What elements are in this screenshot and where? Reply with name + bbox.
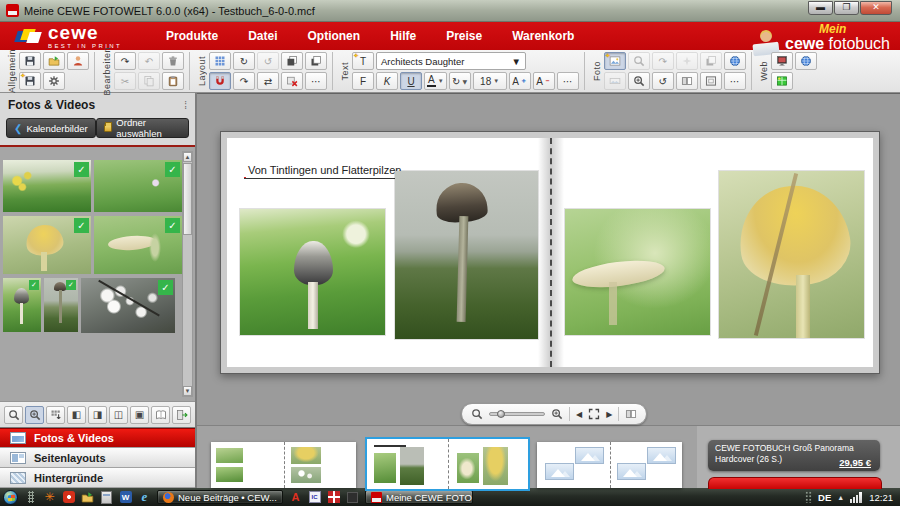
taskbar-app-icon-1[interactable]: ✳: [43, 491, 56, 504]
view-split-right-icon[interactable]: ◨: [88, 406, 107, 424]
language-indicator[interactable]: DE: [818, 492, 831, 503]
app-icon[interactable]: [6, 4, 19, 17]
fit-page-icon[interactable]: [588, 408, 600, 420]
photo-inkcap-tall[interactable]: [395, 171, 538, 339]
thumbnail-white-mushroom[interactable]: ✓: [94, 216, 182, 274]
menu-optionen[interactable]: Optionen: [307, 29, 360, 43]
minimize-button[interactable]: ▬: [808, 1, 833, 15]
network-icon[interactable]: [850, 492, 863, 503]
kalenderbilder-button[interactable]: ❮Kalenderbilder: [6, 118, 96, 138]
font-smaller-button[interactable]: A－: [533, 72, 555, 90]
rotate-object-icon[interactable]: ↻: [233, 52, 255, 70]
autofill-grid-icon[interactable]: [46, 406, 65, 424]
options-dots-icon[interactable]: ⁞: [184, 100, 187, 111]
firefox-task-button[interactable]: Neue Beiträge • CEW...: [157, 490, 283, 504]
copy-icon[interactable]: [138, 72, 160, 90]
bold-button[interactable]: F: [352, 72, 374, 90]
open-folder-icon[interactable]: [43, 52, 65, 70]
italic-button[interactable]: K: [376, 72, 398, 90]
close-button[interactable]: ✕: [860, 1, 892, 15]
layout-more-icon[interactable]: ⋯: [305, 72, 327, 90]
view-detail-icon[interactable]: ▣: [130, 406, 149, 424]
thumbnail-cowslip-grass[interactable]: ✓: [3, 160, 91, 212]
panorama-icon[interactable]: [604, 72, 626, 90]
acrobat-icon[interactable]: A: [289, 491, 302, 504]
foto-more-icon[interactable]: ⋯: [724, 72, 746, 90]
font-larger-button[interactable]: A＋: [509, 72, 531, 90]
photo-inkcap-grass[interactable]: [240, 209, 385, 335]
view-split-left-icon[interactable]: ◧: [67, 406, 86, 424]
add-photo-icon[interactable]: ✦: [604, 52, 626, 70]
underline-button[interactable]: U: [400, 72, 422, 90]
delete-icon[interactable]: [162, 52, 184, 70]
web-globe-icon[interactable]: [795, 52, 817, 70]
save-icon[interactable]: [19, 52, 41, 70]
remove-layout-icon[interactable]: [281, 72, 303, 90]
start-button[interactable]: [3, 490, 18, 505]
taskbar-media-icon[interactable]: [63, 491, 75, 503]
web-album-icon[interactable]: [771, 72, 793, 90]
scroll-up-icon[interactable]: ▲: [183, 152, 192, 162]
view-columns-icon[interactable]: ◫: [109, 406, 128, 424]
font-size-select[interactable]: 18▼: [473, 72, 507, 90]
cewe-task-button[interactable]: Meine CEWE FOTO...: [365, 490, 473, 504]
photo-layers-icon[interactable]: [700, 52, 722, 70]
menu-produkte[interactable]: Produkte: [166, 29, 218, 43]
photo-border-icon[interactable]: [700, 72, 722, 90]
scrollbar-thumb[interactable]: [183, 163, 192, 235]
undo-icon[interactable]: ↶: [138, 52, 160, 70]
save-as-icon[interactable]: ✦: [19, 72, 41, 90]
sidebar-item-hintergruende[interactable]: Hintergründe: [0, 468, 195, 488]
product-summary[interactable]: ✕ CEWE FOTOBUCH Groß Panorama Hardcover …: [708, 440, 880, 471]
thumbnail-scrollbar[interactable]: ▲ ▼: [182, 151, 193, 397]
photo-zoom-icon[interactable]: [628, 72, 650, 90]
thumbnail-inkcap-tall[interactable]: ✓: [44, 278, 78, 332]
maximize-button[interactable]: ❐: [834, 1, 859, 15]
spread-thumbnail-3[interactable]: [537, 442, 682, 488]
font-family-select[interactable]: Architects Daughter▼: [376, 52, 526, 70]
scroll-down-icon[interactable]: ▼: [183, 386, 192, 396]
ordner-auswaehlen-button[interactable]: Ordner auswählen: [96, 118, 189, 138]
menu-warenkorb[interactable]: Warenkorb: [512, 29, 574, 43]
menu-hilfe[interactable]: Hilfe: [390, 29, 416, 43]
show-hidden-icons[interactable]: ▲: [837, 494, 844, 501]
zoom-slider[interactable]: [489, 412, 545, 416]
zoom-in-thumbs-icon[interactable]: [25, 406, 44, 424]
photo-web-icon[interactable]: [724, 52, 746, 70]
zoom-slider-knob[interactable]: [497, 410, 505, 418]
grid-icon[interactable]: [209, 52, 231, 70]
paste-icon[interactable]: [162, 72, 184, 90]
spread-view-icon[interactable]: [625, 408, 637, 420]
photo-yellow-mushroom[interactable]: [719, 171, 864, 338]
internet-explorer-icon[interactable]: e: [138, 491, 151, 504]
zoom-out-icon[interactable]: [471, 408, 483, 420]
taskbar-app-icon-3[interactable]: [328, 491, 340, 503]
thumbnail-grass-flower[interactable]: ✓: [94, 160, 182, 212]
book-preview-icon[interactable]: [151, 406, 170, 424]
editor-canvas[interactable]: Von Tintlingen und Flatterpilzen ◀: [197, 93, 900, 425]
rotate-object-back-icon[interactable]: ↺: [257, 52, 279, 70]
photo-rotate-icon[interactable]: ↷: [652, 52, 674, 70]
bring-to-front-icon[interactable]: [281, 52, 303, 70]
thumbnail-blossoms[interactable]: ✓: [81, 278, 175, 333]
slideshow-icon[interactable]: [771, 52, 793, 70]
photo-enhance-icon[interactable]: [676, 52, 698, 70]
calculator-icon[interactable]: [101, 491, 112, 504]
menu-datei[interactable]: Datei: [248, 29, 277, 43]
double-page-icon[interactable]: [676, 72, 698, 90]
next-page-icon[interactable]: ▶: [606, 410, 612, 419]
previous-page-icon[interactable]: ◀: [576, 410, 582, 419]
assistant-icon[interactable]: [67, 52, 89, 70]
spread-thumbnail-1[interactable]: [211, 442, 356, 488]
taskbar-app-icon-4[interactable]: [347, 492, 358, 503]
exit-panel-icon[interactable]: [172, 406, 191, 424]
rotate-text-button[interactable]: ↻▼: [449, 72, 471, 90]
sidebar-item-seitenlayouts[interactable]: Seitenlayouts: [0, 448, 195, 468]
rotate-right-icon[interactable]: ↷: [233, 72, 255, 90]
font-color-button[interactable]: A▼: [424, 72, 447, 90]
photo-crop-icon[interactable]: [628, 52, 650, 70]
photo-white-mushroom[interactable]: [565, 209, 710, 335]
text-more-icon[interactable]: ⋯: [557, 72, 579, 90]
send-to-back-icon[interactable]: [305, 52, 327, 70]
product-price[interactable]: 29,95 €: [839, 457, 871, 468]
